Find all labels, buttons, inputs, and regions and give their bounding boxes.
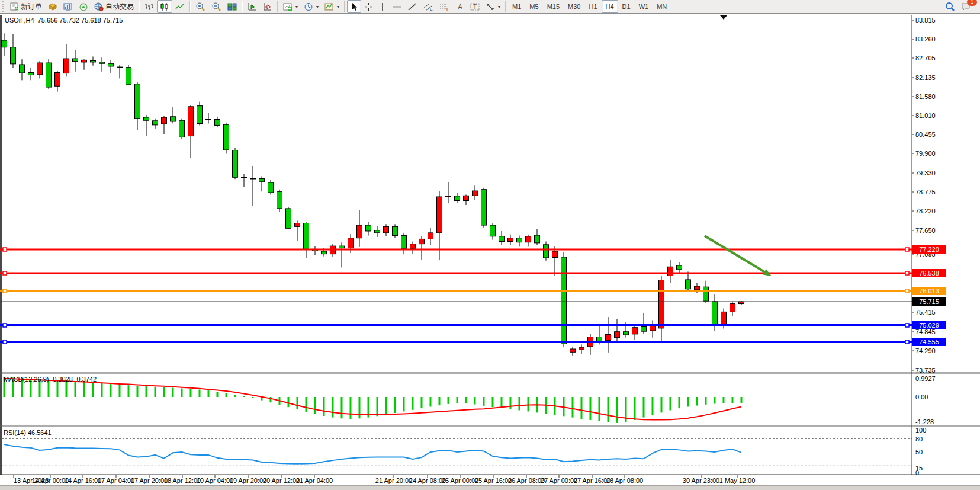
svg-text:75.029: 75.029 — [919, 322, 939, 329]
indicators-icon[interactable] — [280, 0, 301, 13]
auto-scroll-icon[interactable] — [245, 0, 260, 13]
quotes-icon[interactable] — [45, 0, 60, 13]
fibonacci-icon[interactable]: F — [436, 0, 453, 13]
line-chart-type-icon[interactable] — [172, 0, 188, 13]
notification-badge: 1 — [967, 0, 977, 6]
svg-text:77.650: 77.650 — [915, 227, 936, 234]
svg-text:83.815: 83.815 — [915, 17, 936, 24]
svg-text:19 Apr 20:00: 19 Apr 20:00 — [230, 477, 266, 484]
mt4-window: 新订单 自动交易 E F A T — [0, 0, 980, 490]
chart-shift-icon[interactable] — [260, 0, 275, 13]
svg-text:83.260: 83.260 — [915, 36, 936, 43]
svg-text:A: A — [458, 3, 462, 11]
toolbar: 新订单 自动交易 E F A T — [0, 0, 980, 14]
tf-m5-button[interactable]: M5 — [525, 0, 542, 13]
svg-text:79.330: 79.330 — [915, 169, 936, 177]
svg-text:76.538: 76.538 — [919, 270, 939, 277]
toolbar-separator — [344, 1, 345, 12]
tf-mn-button[interactable]: MN — [653, 0, 671, 13]
macd-indicator-label: MACD(12,26,9) -0.3028 -0.3742 — [4, 376, 97, 383]
tf-h4-button[interactable]: H4 — [602, 0, 618, 13]
autotrading-icon — [94, 2, 104, 11]
crosshair-icon[interactable] — [361, 0, 376, 13]
svg-text:21 Apr 20:00: 21 Apr 20:00 — [375, 477, 412, 484]
tf-m15-button[interactable]: M15 — [543, 0, 564, 13]
tf-h1-button[interactable]: H1 — [584, 0, 601, 13]
timeframe-group: M1 M5 M15 M30 H1 H4 D1 W1 MN — [508, 0, 671, 13]
text-label-icon[interactable]: T — [467, 0, 483, 13]
tf-d1-button[interactable]: D1 — [618, 0, 635, 13]
zoom-out-icon[interactable] — [208, 0, 224, 13]
svg-text:20 Apr 12:00: 20 Apr 12:00 — [263, 477, 300, 484]
svg-text:100: 100 — [915, 427, 926, 434]
svg-text:74.290: 74.290 — [915, 347, 936, 354]
svg-text:28 Apr 08:00: 28 Apr 08:00 — [606, 477, 643, 484]
svg-text:T: T — [473, 4, 477, 10]
cursor-icon[interactable] — [347, 0, 361, 13]
new-order-label: 新订单 — [21, 2, 42, 12]
svg-text:17 Apr 20:00: 17 Apr 20:00 — [131, 477, 168, 484]
svg-text:27 Apr 00:00: 27 Apr 00:00 — [541, 477, 577, 484]
text-icon[interactable]: A — [453, 0, 467, 13]
toolbar-grip[interactable] — [2, 1, 6, 12]
toolbar-right-group: 1 — [942, 0, 974, 13]
svg-text:21 Apr 04:00: 21 Apr 04:00 — [296, 477, 333, 484]
tile-windows-icon[interactable] — [224, 0, 240, 13]
tf-m1-button[interactable]: M1 — [508, 0, 525, 13]
arrows-tool-icon[interactable] — [483, 0, 503, 13]
svg-text:81.580: 81.580 — [915, 93, 936, 100]
svg-text:77.220: 77.220 — [919, 246, 939, 253]
svg-text:0.00: 0.00 — [915, 393, 928, 401]
svg-text:76.013: 76.013 — [919, 287, 939, 294]
periods-icon[interactable] — [301, 0, 322, 13]
svg-text:75.715: 75.715 — [919, 298, 939, 305]
svg-text:14 Apr 16:00: 14 Apr 16:00 — [65, 477, 101, 484]
candlestick-chart-type-icon[interactable] — [157, 0, 172, 13]
tf-m30-button[interactable]: M30 — [564, 0, 584, 13]
new-order-button[interactable]: 新订单 — [7, 0, 45, 13]
svg-text:82.135: 82.135 — [915, 74, 936, 81]
svg-text:73.735: 73.735 — [915, 367, 936, 374]
svg-text:50: 50 — [915, 449, 923, 456]
svg-text:27 Apr 16:00: 27 Apr 16:00 — [574, 477, 611, 484]
bar-chart-type-icon[interactable] — [142, 0, 157, 13]
svg-text:F: F — [446, 7, 449, 11]
trendline-icon[interactable] — [404, 0, 420, 13]
toolbar-separator — [189, 1, 191, 12]
autotrading-button[interactable]: 自动交易 — [91, 0, 137, 13]
search-icon[interactable] — [942, 0, 958, 13]
svg-text:81.010: 81.010 — [915, 112, 936, 119]
svg-text:79.900: 79.900 — [915, 150, 936, 157]
signals-icon[interactable] — [76, 0, 91, 13]
svg-text:30 Apr 23:00: 30 Apr 23:00 — [683, 477, 719, 484]
notifications-icon[interactable]: 1 — [958, 0, 974, 13]
svg-text:24 Apr 08:00: 24 Apr 08:00 — [409, 477, 446, 484]
templates-icon[interactable] — [322, 0, 342, 13]
toolbar-separator — [505, 1, 506, 12]
equidistant-channel-icon[interactable]: E — [420, 0, 436, 13]
svg-text:25 Apr 16:00: 25 Apr 16:00 — [475, 477, 512, 484]
svg-text:0.9927: 0.9927 — [915, 375, 936, 382]
toolbar-separator — [139, 1, 140, 12]
horizontal-line-icon[interactable] — [389, 0, 404, 13]
svg-text:19 Apr 04:00: 19 Apr 04:00 — [197, 477, 233, 484]
market-watch-icon[interactable] — [60, 0, 76, 13]
svg-text:74.555: 74.555 — [919, 338, 939, 345]
svg-text:18 Apr 12:00: 18 Apr 12:00 — [164, 477, 201, 484]
toolbar-separator — [277, 1, 278, 12]
zoom-in-icon[interactable] — [192, 0, 208, 13]
new-order-icon — [10, 2, 19, 11]
svg-text:78.775: 78.775 — [915, 188, 936, 196]
autotrading-label: 自动交易 — [105, 2, 134, 12]
tf-w1-button[interactable]: W1 — [635, 0, 653, 13]
vertical-line-icon[interactable] — [376, 0, 389, 13]
svg-text:14 Apr 00:00: 14 Apr 00:00 — [32, 477, 69, 484]
svg-text:82.705: 82.705 — [915, 55, 936, 62]
rsi-indicator-label: RSI(14) 46.5641 — [4, 429, 52, 436]
svg-text:E: E — [430, 7, 433, 11]
svg-text:80.455: 80.455 — [915, 131, 936, 138]
svg-text:-1.228: -1.228 — [915, 418, 934, 425]
chart-title[interactable]: USOil-,H4 75.656 75.732 75.618 75.715 — [5, 17, 123, 24]
chart-canvas[interactable]: 83.81583.26082.70582.13581.58081.01080.4… — [0, 14, 980, 486]
svg-text:78.220: 78.220 — [915, 207, 936, 214]
